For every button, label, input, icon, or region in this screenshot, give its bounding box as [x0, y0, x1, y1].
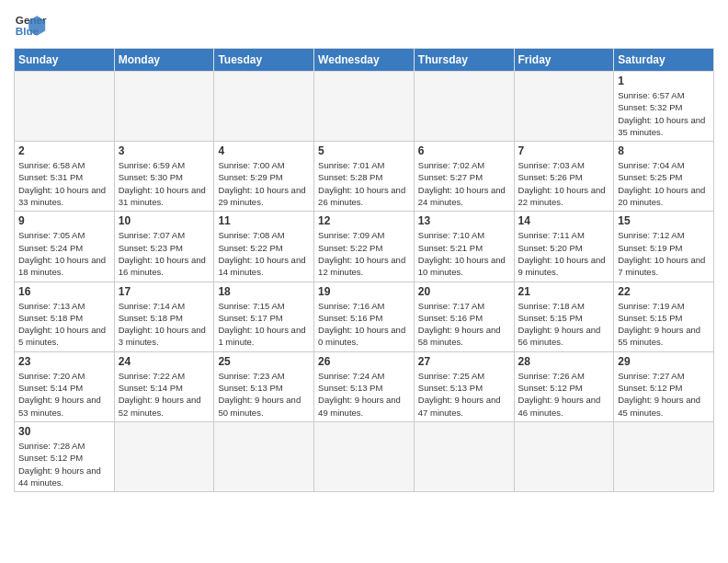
day-info: Sunrise: 7:26 AM Sunset: 5:12 PM Dayligh… [518, 370, 610, 419]
day-info: Sunrise: 7:23 AM Sunset: 5:13 PM Dayligh… [218, 370, 310, 419]
day-number: 6 [418, 144, 510, 157]
calendar-cell: 21Sunrise: 7:18 AM Sunset: 5:15 PM Dayli… [514, 282, 614, 351]
calendar-cell: 9Sunrise: 7:05 AM Sunset: 5:24 PM Daylig… [15, 212, 115, 282]
day-number: 10 [119, 214, 210, 227]
day-info: Sunrise: 7:09 AM Sunset: 5:22 PM Dayligh… [318, 229, 410, 278]
day-number: 3 [119, 144, 210, 157]
day-info: Sunrise: 7:12 AM Sunset: 5:19 PM Dayligh… [618, 229, 710, 278]
day-number: 12 [318, 214, 410, 227]
calendar-cell: 15Sunrise: 7:12 AM Sunset: 5:19 PM Dayli… [614, 212, 714, 282]
calendar-cell: 17Sunrise: 7:14 AM Sunset: 5:18 PM Dayli… [114, 282, 214, 351]
calendar-cell: 4Sunrise: 7:00 AM Sunset: 5:29 PM Daylig… [214, 142, 314, 212]
day-number: 11 [218, 214, 310, 227]
calendar-cell: 12Sunrise: 7:09 AM Sunset: 5:22 PM Dayli… [314, 212, 415, 282]
calendar-cell: 8Sunrise: 7:04 AM Sunset: 5:25 PM Daylig… [614, 142, 714, 212]
day-info: Sunrise: 7:28 AM Sunset: 5:12 PM Dayligh… [18, 440, 110, 488]
day-info: Sunrise: 7:17 AM Sunset: 5:16 PM Dayligh… [418, 300, 510, 349]
weekday-header-tuesday: Tuesday [214, 49, 314, 72]
calendar-cell: 16Sunrise: 7:13 AM Sunset: 5:18 PM Dayli… [15, 282, 115, 351]
day-info: Sunrise: 6:57 AM Sunset: 5:32 PM Dayligh… [618, 89, 710, 138]
day-info: Sunrise: 6:59 AM Sunset: 5:30 PM Dayligh… [119, 159, 210, 208]
day-info: Sunrise: 7:13 AM Sunset: 5:18 PM Dayligh… [18, 300, 110, 349]
day-info: Sunrise: 7:19 AM Sunset: 5:15 PM Dayligh… [618, 300, 710, 349]
day-number: 4 [218, 144, 310, 157]
day-number: 1 [618, 75, 710, 87]
calendar-cell: 26Sunrise: 7:24 AM Sunset: 5:13 PM Dayli… [314, 351, 415, 421]
calendar-cell: 2Sunrise: 6:58 AM Sunset: 5:31 PM Daylig… [15, 142, 115, 212]
day-info: Sunrise: 7:00 AM Sunset: 5:29 PM Dayligh… [218, 159, 310, 208]
calendar-cell [15, 72, 115, 142]
day-number: 25 [218, 355, 310, 368]
day-info: Sunrise: 7:27 AM Sunset: 5:12 PM Dayligh… [618, 370, 710, 419]
calendar-cell: 23Sunrise: 7:20 AM Sunset: 5:14 PM Dayli… [15, 351, 115, 421]
calendar-cell [214, 72, 314, 142]
calendar-table: SundayMondayTuesdayWednesdayThursdayFrid… [14, 48, 714, 492]
calendar-cell: 11Sunrise: 7:08 AM Sunset: 5:22 PM Dayli… [214, 212, 314, 282]
day-number: 23 [18, 355, 110, 368]
weekday-header-thursday: Thursday [414, 49, 514, 72]
day-number: 7 [518, 144, 610, 157]
day-number: 2 [18, 144, 110, 157]
weekday-header-monday: Monday [114, 49, 214, 72]
day-info: Sunrise: 7:20 AM Sunset: 5:14 PM Dayligh… [18, 370, 110, 419]
day-info: Sunrise: 7:05 AM Sunset: 5:24 PM Dayligh… [18, 229, 110, 278]
day-number: 9 [18, 214, 110, 227]
calendar-cell: 10Sunrise: 7:07 AM Sunset: 5:23 PM Dayli… [114, 212, 214, 282]
calendar-cell: 13Sunrise: 7:10 AM Sunset: 5:21 PM Dayli… [414, 212, 514, 282]
calendar-cell: 5Sunrise: 7:01 AM Sunset: 5:28 PM Daylig… [314, 142, 415, 212]
day-number: 26 [318, 355, 410, 368]
day-info: Sunrise: 7:18 AM Sunset: 5:15 PM Dayligh… [518, 300, 610, 349]
day-number: 20 [418, 285, 510, 298]
day-number: 19 [318, 285, 410, 298]
day-number: 28 [518, 355, 610, 368]
calendar-cell: 6Sunrise: 7:02 AM Sunset: 5:27 PM Daylig… [414, 142, 514, 212]
calendar-cell: 20Sunrise: 7:17 AM Sunset: 5:16 PM Dayli… [414, 282, 514, 351]
day-number: 29 [618, 355, 710, 368]
day-info: Sunrise: 7:01 AM Sunset: 5:28 PM Dayligh… [318, 159, 410, 208]
day-info: Sunrise: 7:25 AM Sunset: 5:13 PM Dayligh… [418, 370, 510, 419]
calendar-cell: 19Sunrise: 7:16 AM Sunset: 5:16 PM Dayli… [314, 282, 415, 351]
day-info: Sunrise: 7:10 AM Sunset: 5:21 PM Dayligh… [418, 229, 510, 278]
day-info: Sunrise: 7:15 AM Sunset: 5:17 PM Dayligh… [218, 300, 310, 349]
page: General Blue SundayMondayTuesdayWednesda… [0, 0, 728, 563]
calendar-cell [614, 421, 714, 491]
calendar-cell [514, 421, 614, 491]
calendar-cell [214, 421, 314, 491]
weekday-header-wednesday: Wednesday [314, 49, 415, 72]
calendar-cell [514, 72, 614, 142]
calendar-cell: 18Sunrise: 7:15 AM Sunset: 5:17 PM Dayli… [214, 282, 314, 351]
calendar-cell: 27Sunrise: 7:25 AM Sunset: 5:13 PM Dayli… [414, 351, 514, 421]
day-info: Sunrise: 7:08 AM Sunset: 5:22 PM Dayligh… [218, 229, 310, 278]
calendar-cell [114, 72, 214, 142]
calendar-cell [314, 72, 415, 142]
calendar-week-1: 1Sunrise: 6:57 AM Sunset: 5:32 PM Daylig… [15, 72, 714, 142]
calendar-cell: 14Sunrise: 7:11 AM Sunset: 5:20 PM Dayli… [514, 212, 614, 282]
calendar-cell [414, 421, 514, 491]
calendar-week-6: 30Sunrise: 7:28 AM Sunset: 5:12 PM Dayli… [15, 421, 714, 491]
weekday-header-sunday: Sunday [15, 49, 115, 72]
day-number: 30 [18, 425, 110, 438]
day-number: 22 [618, 285, 710, 298]
calendar-cell: 30Sunrise: 7:28 AM Sunset: 5:12 PM Dayli… [15, 421, 115, 491]
day-number: 15 [618, 214, 710, 227]
day-number: 27 [418, 355, 510, 368]
calendar-week-4: 16Sunrise: 7:13 AM Sunset: 5:18 PM Dayli… [15, 282, 714, 351]
day-info: Sunrise: 7:14 AM Sunset: 5:18 PM Dayligh… [119, 300, 210, 349]
day-info: Sunrise: 7:02 AM Sunset: 5:27 PM Dayligh… [418, 159, 510, 208]
calendar-cell [314, 421, 415, 491]
calendar-cell: 29Sunrise: 7:27 AM Sunset: 5:12 PM Dayli… [614, 351, 714, 421]
day-number: 8 [618, 144, 710, 157]
day-number: 24 [119, 355, 210, 368]
day-number: 13 [418, 214, 510, 227]
day-number: 17 [119, 285, 210, 298]
calendar-cell: 22Sunrise: 7:19 AM Sunset: 5:15 PM Dayli… [614, 282, 714, 351]
weekday-header-friday: Friday [514, 49, 614, 72]
day-info: Sunrise: 7:22 AM Sunset: 5:14 PM Dayligh… [119, 370, 210, 419]
calendar-cell: 24Sunrise: 7:22 AM Sunset: 5:14 PM Dayli… [114, 351, 214, 421]
weekday-header-saturday: Saturday [614, 49, 714, 72]
day-info: Sunrise: 7:11 AM Sunset: 5:20 PM Dayligh… [518, 229, 610, 278]
calendar-cell: 1Sunrise: 6:57 AM Sunset: 5:32 PM Daylig… [614, 72, 714, 142]
calendar-cell: 3Sunrise: 6:59 AM Sunset: 5:30 PM Daylig… [114, 142, 214, 212]
calendar-cell: 7Sunrise: 7:03 AM Sunset: 5:26 PM Daylig… [514, 142, 614, 212]
calendar-cell [114, 421, 214, 491]
